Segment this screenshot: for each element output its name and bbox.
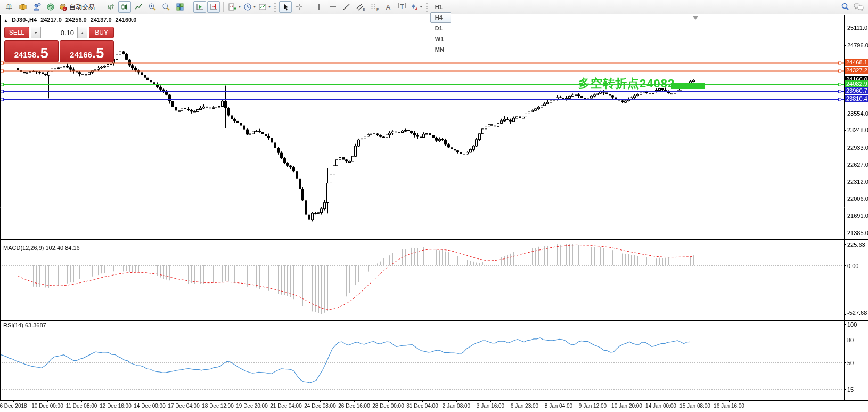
- price-tick-label: 25111.0: [847, 25, 867, 31]
- rsi-axis-label: 80: [847, 337, 854, 343]
- periods-button[interactable]: ▼: [243, 1, 257, 13]
- cursor-button[interactable]: [279, 1, 292, 13]
- toolbar-separator: [309, 2, 309, 12]
- sell-price-large: .5: [36, 46, 48, 60]
- volume-input[interactable]: [41, 27, 77, 38]
- macd-axis-label: 0.00: [847, 263, 858, 269]
- candlestick-chart-button[interactable]: [118, 1, 131, 13]
- macd-indicator-label: MACD(12,26,9) 102.40 84.16: [3, 245, 80, 251]
- auto-scroll-button[interactable]: [193, 1, 206, 13]
- chart-title: ▲ DJ30-,H4 24217.0 24256.0 24137.0 24160…: [4, 17, 138, 23]
- toolbar-separator: [101, 2, 101, 12]
- toolbar-grip[interactable]: [426, 2, 428, 12]
- autotrading-button[interactable]: 自动交易: [58, 1, 97, 13]
- tile-windows-button[interactable]: [174, 1, 186, 13]
- price-tick-label: 21691.0: [847, 213, 868, 219]
- buy-label: BUY: [95, 29, 108, 36]
- chevron-down-icon: ▼: [268, 5, 271, 9]
- vertical-line-button[interactable]: [313, 1, 325, 13]
- search-icon[interactable]: [839, 1, 851, 13]
- sell-price-small: 24158: [14, 50, 37, 60]
- community-icon[interactable]: [30, 1, 43, 13]
- chat-icon[interactable]: [853, 1, 865, 13]
- time-axis-label: 3 Jan 16:00: [477, 403, 504, 409]
- zoom-in-button[interactable]: [146, 1, 159, 13]
- spin-up-icon: ▲: [80, 31, 84, 35]
- sell-price-button[interactable]: 24158.5: [4, 40, 59, 62]
- time-axis-label: 6 Jan 23:00: [511, 403, 538, 409]
- macd-axis-label: 225.63: [847, 241, 865, 248]
- time-axis-label: 9 Jan 12:00: [579, 403, 607, 409]
- svg-text:E: E: [363, 7, 365, 11]
- price-tick-label: 22312.0: [847, 179, 868, 185]
- time-axis-label: 21 Dec 04:00: [270, 403, 302, 409]
- text-tool-glyph: A: [386, 3, 391, 11]
- sell-label: SELL: [9, 29, 24, 36]
- indicators-button[interactable]: ▼: [227, 1, 242, 13]
- signals-icon[interactable]: [44, 1, 57, 13]
- crosshair-button[interactable]: [293, 1, 306, 13]
- trendline-button[interactable]: [340, 1, 353, 13]
- price-tick-label: 24796.0: [847, 42, 868, 49]
- horizontal-line-button[interactable]: [326, 1, 339, 13]
- time-axis-label: 31 Dec 04:00: [406, 403, 438, 409]
- timeframe-mn[interactable]: MN: [430, 44, 451, 55]
- toolbar-grip[interactable]: [274, 2, 276, 12]
- fibonacci-button[interactable]: F: [368, 1, 381, 13]
- time-axis-label: 2 Jan 08:00: [443, 403, 470, 409]
- rsi-axis-label: 50: [847, 360, 854, 366]
- chevron-down-icon: ▼: [238, 5, 241, 9]
- time-axis-label: 12 Dec 16:00: [100, 403, 132, 409]
- buy-price-button[interactable]: 24166.5: [60, 40, 114, 62]
- chevron-down-icon: ▼: [253, 5, 256, 9]
- timeframe-h1[interactable]: H1: [430, 2, 451, 12]
- line-chart-button[interactable]: [132, 1, 145, 13]
- price-line-label: 24327.2: [845, 67, 868, 74]
- sell-button[interactable]: SELL: [4, 27, 29, 38]
- time-axis-label: 10 Jan 20:00: [611, 403, 642, 409]
- time-axis-label: 28 Dec 00:00: [372, 403, 404, 409]
- expand-icon[interactable]: ▲: [4, 18, 8, 23]
- volume-increase-button[interactable]: ▲: [77, 27, 87, 38]
- macd-axis-label: -527.68: [847, 310, 867, 316]
- time-axis-label: 18 Dec 12:00: [202, 403, 234, 409]
- time-axis-label: 14 Jan 00:00: [645, 403, 676, 409]
- new-order-button[interactable]: 单: [3, 1, 15, 13]
- toolbar: 单 自动交易: [0, 0, 868, 14]
- rsi-indicator-label: RSI(14) 63.3687: [3, 322, 46, 328]
- text-tool-button[interactable]: A: [382, 1, 395, 13]
- time-axis-label: 15 Jan 08:00: [679, 403, 710, 409]
- timeframe-d1[interactable]: D1: [430, 23, 451, 34]
- equidistant-channel-button[interactable]: E: [354, 1, 367, 13]
- time-axis-label: 26 Dec 16:00: [338, 403, 370, 409]
- price-tick-label: 23248.0: [847, 127, 868, 133]
- toolbar-separator: [223, 2, 224, 12]
- price-tick-label: 21385.0: [847, 230, 868, 236]
- zoom-out-button[interactable]: [160, 1, 173, 13]
- buy-button[interactable]: BUY: [89, 27, 114, 38]
- arrows-tool-button[interactable]: ▼: [410, 1, 423, 13]
- chart-shift-button[interactable]: [207, 1, 220, 13]
- svg-text:F: F: [376, 7, 379, 11]
- time-axis-label: 10 Dec 00:00: [31, 403, 63, 409]
- spin-down-icon: ▼: [34, 31, 38, 35]
- toolbar-separator: [190, 2, 190, 12]
- price-tick-label: 22627.0: [847, 161, 868, 168]
- timeframe-group: M1M5M15M30H1H4D1W1MN: [430, 0, 451, 55]
- time-axis-label: 16 Jan 16:00: [714, 403, 744, 409]
- market-watch-icon[interactable]: [17, 1, 29, 13]
- rsi-axis-label: 15: [847, 386, 854, 393]
- rsi-axis-label: 100: [847, 321, 857, 328]
- bar-chart-button[interactable]: [104, 1, 117, 13]
- templates-button[interactable]: ▼: [258, 1, 272, 13]
- chart-annotation-text[interactable]: 多空转折点24082: [578, 76, 675, 92]
- price-line-label: 24082.9: [845, 80, 868, 87]
- timeframe-w1[interactable]: W1: [430, 34, 451, 44]
- volume-decrease-button[interactable]: ▼: [31, 27, 41, 38]
- symbol-period: DJ30-,H4: [12, 17, 37, 23]
- timeframe-h4[interactable]: H4: [430, 12, 451, 23]
- time-axis-label: 24 Dec 08:00: [304, 403, 336, 409]
- label-tool-button[interactable]: T: [396, 1, 408, 13]
- chevron-down-icon: ▼: [420, 5, 423, 9]
- chart-canvas[interactable]: [0, 0, 868, 412]
